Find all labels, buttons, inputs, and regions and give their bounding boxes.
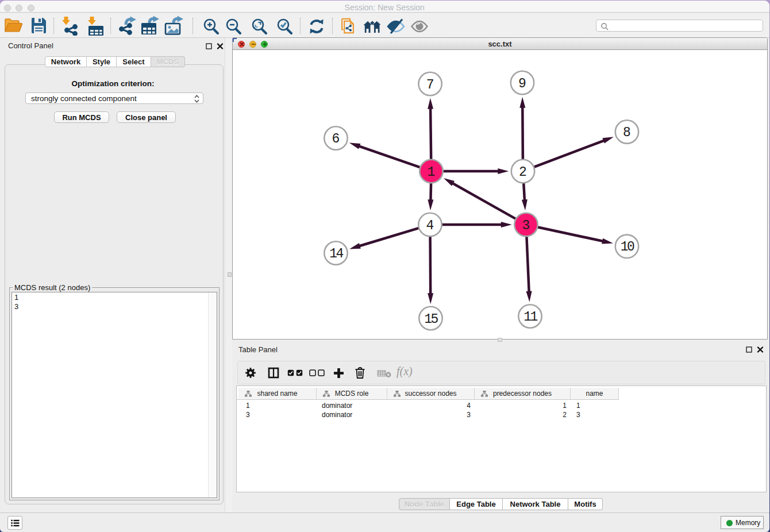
svg-text:3: 3 [522, 218, 530, 233]
svg-text:14: 14 [329, 246, 343, 261]
svg-text:2: 2 [519, 165, 527, 180]
svg-text:11: 11 [523, 310, 537, 325]
svg-text:7: 7 [426, 78, 434, 92]
svg-text:10: 10 [621, 240, 634, 255]
svg-text:1: 1 [428, 165, 436, 180]
svg-text:8: 8 [623, 125, 631, 140]
svg-text:6: 6 [332, 132, 340, 147]
svg-text:9: 9 [518, 76, 526, 91]
svg-text:15: 15 [424, 312, 438, 327]
svg-text:4: 4 [426, 218, 434, 233]
